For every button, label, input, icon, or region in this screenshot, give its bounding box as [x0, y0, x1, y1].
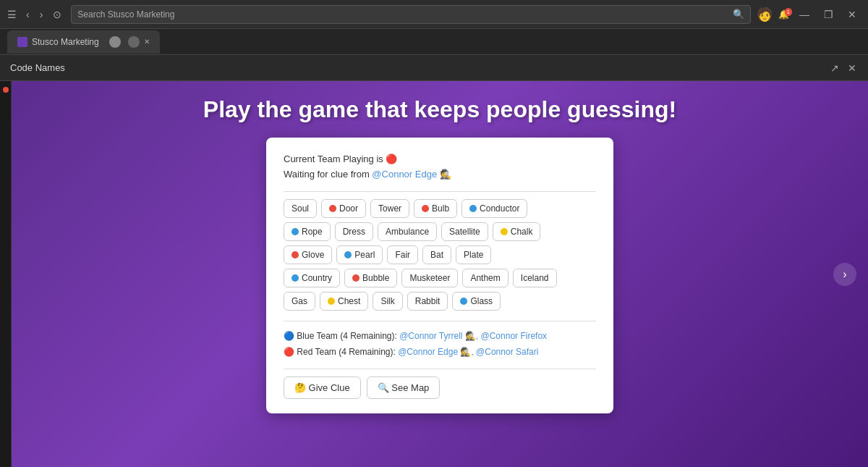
- app-titlebar: Code Names ↗ ✕: [0, 55, 868, 81]
- tab-bar: Stusco Marketing ✕: [0, 29, 868, 55]
- musketeer-label: Musketeer: [409, 273, 450, 283]
- action-buttons: 🤔 Give Clue 🔍 See Map: [284, 376, 596, 399]
- divider-2: [284, 321, 596, 321]
- app-content: Play the game that keeps people guessing…: [0, 81, 868, 467]
- word-satellite[interactable]: Satellite: [441, 222, 488, 241]
- status-prefix: Waiting for clue from: [284, 169, 372, 180]
- menu-icon[interactable]: ☰: [7, 9, 17, 20]
- word-country[interactable]: Country: [284, 269, 340, 287]
- glove-dot: [292, 251, 299, 258]
- word-bat[interactable]: Bat: [422, 245, 451, 264]
- rope-dot: [292, 228, 299, 235]
- titlebar-close-button[interactable]: ✕: [846, 61, 858, 75]
- history-button[interactable]: ⊙: [49, 7, 65, 22]
- bubble-dot: [352, 274, 359, 282]
- anthem-label: Anthem: [470, 273, 500, 283]
- bat-label: Bat: [430, 250, 443, 260]
- word-iceland[interactable]: Iceland: [513, 269, 557, 287]
- game-container: Play the game that keeps people guessing…: [12, 81, 868, 467]
- word-silk[interactable]: Silk: [373, 292, 402, 311]
- search-bar[interactable]: Search Stusco Marketing 🔍: [71, 5, 751, 24]
- back-button[interactable]: ‹: [22, 7, 33, 22]
- chest-label: Chest: [338, 296, 360, 306]
- app-title: Code Names: [10, 62, 65, 73]
- word-row-4: Gas Chest Silk Rabbit Glass: [284, 292, 596, 311]
- plate-label: Plate: [464, 250, 483, 260]
- word-plate[interactable]: Plate: [456, 245, 491, 264]
- word-conductor[interactable]: Conductor: [461, 199, 527, 218]
- bulb-label: Bulb: [432, 203, 449, 214]
- search-icon: 🔍: [733, 9, 744, 20]
- rabbit-label: Rabbit: [415, 296, 441, 306]
- word-glass[interactable]: Glass: [452, 292, 501, 311]
- pearl-label: Pearl: [354, 250, 375, 260]
- word-ambulance[interactable]: Ambulance: [378, 222, 437, 241]
- status-line1: Current Team Playing is 🔴: [284, 152, 596, 167]
- iceland-label: Iceland: [521, 273, 549, 283]
- chest-dot: [328, 298, 335, 305]
- see-map-button[interactable]: 🔍 See Map: [367, 376, 441, 399]
- ambulance-label: Ambulance: [386, 227, 429, 237]
- door-dot: [329, 205, 336, 212]
- external-link-button[interactable]: ↗: [829, 61, 841, 75]
- conductor-dot: [469, 205, 477, 212]
- game-header: Play the game that keeps people guessing…: [203, 96, 676, 123]
- nav-buttons: ‹ › ⊙: [22, 7, 65, 22]
- sidebar: [0, 81, 12, 467]
- status-section: Current Team Playing is 🔴 Waiting for cl…: [284, 152, 596, 182]
- word-glove[interactable]: Glove: [284, 245, 332, 264]
- status-emoji: 🕵️: [440, 169, 451, 180]
- teams-section: 🔵 Blue Team (4 Remaining): @Connor Tyrre…: [284, 329, 596, 360]
- word-soul[interactable]: Soul: [284, 199, 317, 218]
- word-tower[interactable]: Tower: [370, 199, 409, 218]
- give-clue-button[interactable]: 🤔 Give Clue: [284, 376, 361, 399]
- country-label: Country: [302, 273, 332, 283]
- word-rabbit[interactable]: Rabbit: [407, 292, 448, 311]
- close-button[interactable]: ✕: [843, 7, 861, 22]
- word-chest[interactable]: Chest: [320, 292, 368, 311]
- word-row-1: Rope Dress Ambulance Satellite Chalk: [284, 222, 596, 241]
- word-musketeer[interactable]: Musketeer: [401, 269, 458, 287]
- word-row-3: Country Bubble Musketeer Anthem Iceland: [284, 269, 596, 287]
- word-gas[interactable]: Gas: [284, 292, 315, 311]
- silk-label: Silk: [380, 296, 394, 306]
- glass-dot: [460, 298, 467, 305]
- tower-label: Tower: [378, 203, 401, 214]
- word-fair[interactable]: Fair: [387, 245, 418, 264]
- tab-label: Stusco Marketing: [32, 37, 99, 47]
- bulb-dot: [422, 205, 429, 212]
- maximize-button[interactable]: ❐: [820, 7, 838, 22]
- next-arrow-button[interactable]: ›: [833, 263, 856, 286]
- profile-icon: 🧑: [757, 7, 773, 22]
- word-grid: Soul Door Tower Bulb Conductor Rope Dres…: [284, 199, 596, 311]
- word-rope[interactable]: Rope: [284, 222, 331, 241]
- word-anthem[interactable]: Anthem: [462, 269, 508, 287]
- word-door[interactable]: Door: [321, 199, 366, 218]
- chalk-dot: [501, 228, 508, 235]
- divider-3: [284, 369, 596, 369]
- active-tab[interactable]: Stusco Marketing ✕: [7, 30, 160, 54]
- soul-label: Soul: [292, 203, 309, 214]
- word-dress[interactable]: Dress: [335, 222, 373, 241]
- word-pearl[interactable]: Pearl: [336, 245, 383, 264]
- status-person: @Connor Edge: [372, 169, 437, 180]
- tab-close-button[interactable]: ✕: [144, 38, 150, 46]
- chalk-label: Chalk: [511, 227, 533, 237]
- red-team-row: 🔴 Red Team (4 Remaining): @Connor Edge 🕵…: [284, 345, 596, 361]
- word-bubble[interactable]: Bubble: [344, 269, 397, 287]
- blue-team-members: @Connor Tyrrell 🕵️, @Connor Firefox: [399, 331, 547, 341]
- conductor-label: Conductor: [480, 203, 519, 214]
- word-bulb[interactable]: Bulb: [414, 199, 457, 218]
- minimize-button[interactable]: —: [795, 7, 814, 22]
- divider-1: [284, 191, 596, 192]
- rope-label: Rope: [302, 227, 323, 237]
- dress-label: Dress: [343, 227, 365, 237]
- tab-favicon: [17, 37, 27, 47]
- search-placeholder: Search Stusco Marketing: [77, 9, 174, 20]
- browser-bar: ☰ ‹ › ⊙ Search Stusco Marketing 🔍 🧑 🔔1 —…: [0, 0, 868, 29]
- notification-icon[interactable]: 🔔1: [778, 9, 789, 20]
- word-chalk[interactable]: Chalk: [493, 222, 541, 241]
- fair-label: Fair: [395, 250, 410, 260]
- word-row-2: Glove Pearl Fair Bat Plate: [284, 245, 596, 264]
- forward-button[interactable]: ›: [36, 7, 47, 22]
